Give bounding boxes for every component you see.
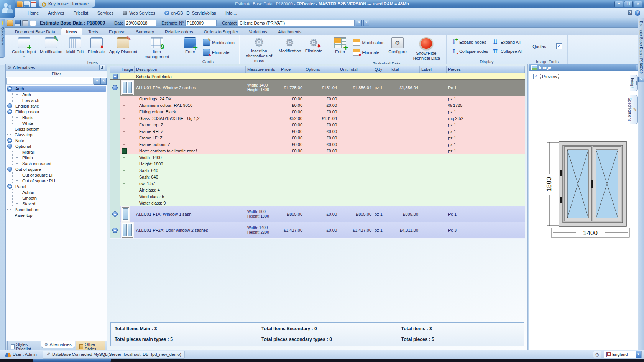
tree-item-arch[interactable]: Arch (15, 92, 107, 97)
table-row[interactable]: Water class: 9 (110, 200, 525, 206)
ribbon-button-eliminate[interactable]: Eliminate (87, 36, 107, 55)
menu-item-info-[interactable]: Info ... (221, 9, 242, 17)
tab-document-base-data[interactable]: Document Base Data (10, 28, 60, 35)
table-row[interactable]: −ALLU01-F2A: Window 2 sashesWidth: 1400H… (110, 80, 525, 96)
table-row[interactable]: Sash: 640 (110, 174, 525, 180)
table-row[interactable]: Air class: 4 (110, 187, 525, 193)
table-row[interactable]: −ALLU01-F1A: Window 1 sashWidth: 800Heig… (110, 206, 525, 223)
calendar-icon[interactable] (31, 1, 36, 7)
tree-item-ashlar[interactable]: Ashlar (15, 189, 107, 195)
tab-expense[interactable]: Expense (104, 28, 130, 35)
collapse-icon[interactable]: − (7, 184, 12, 189)
ribbon-button-eliminate[interactable]: Eliminate (352, 49, 386, 56)
collapse-icon[interactable]: − (112, 85, 118, 90)
help-icon[interactable]: ? (635, 10, 640, 16)
column-header-unit-total[interactable]: Unit Total (338, 66, 373, 73)
tree-item-white[interactable]: White (15, 120, 107, 126)
tree-item-fitting-colour[interactable]: −Fitting colour (7, 109, 107, 115)
ribbon-button-apply-discount[interactable]: Apply Discount (108, 36, 138, 55)
contact-field[interactable] (238, 20, 355, 26)
tree-item-sash-increased[interactable]: Sash increased (15, 161, 107, 166)
document-vertical-tab[interactable]: Estimate Base Data : P180009 (639, 18, 643, 74)
date-field[interactable] (125, 20, 156, 26)
collapse-icon[interactable]: − (7, 167, 12, 172)
tree-item-staved[interactable]: Staved (15, 201, 107, 206)
column-header-options[interactable]: Options (304, 66, 338, 73)
ribbon-button-modification[interactable]: Modification (352, 39, 386, 46)
tree-item-plinth[interactable]: Plinth (15, 155, 107, 161)
table-row[interactable]: Frame bottom: Z£0.00£0.00pz 1 (110, 141, 525, 148)
dock-tab-specifications[interactable]: ✎Specifications (630, 95, 638, 124)
clock-icon[interactable]: ◷ (593, 351, 601, 358)
contact-clear-button[interactable]: ✕ (363, 20, 369, 26)
column-header-measurements[interactable]: Measurements (246, 66, 279, 73)
print-icon[interactable] (22, 20, 28, 26)
table-row[interactable]: Aluminium colour: RAL 9010£0.00£0.00% 17… (110, 102, 525, 109)
tree-item-optional[interactable]: −Optional (7, 143, 107, 149)
tab-summary[interactable]: Summary (131, 28, 159, 35)
column-header-image[interactable]: Image (120, 66, 135, 73)
column-header-price[interactable]: Price (279, 66, 304, 73)
quotas-checkbox[interactable]: ✓ (556, 43, 562, 49)
tree-item-panel-bottom[interactable]: Panel bottom (7, 206, 107, 212)
column-header-description[interactable]: Description (135, 66, 246, 73)
filter-dropdown-button[interactable]: ▼ (94, 78, 100, 85)
close-button[interactable]: × (634, 1, 642, 7)
tree-item-glass-bottom[interactable]: Glass bottom (7, 126, 107, 132)
menu-item-web-services[interactable]: Web Services (118, 9, 160, 17)
ribbon-button-multi-edit[interactable]: Multi-Edit (65, 36, 85, 55)
dock-tab-image[interactable]: Image (630, 75, 638, 91)
ribbon-button-insertion-alternatives-of-mass[interactable]: Insertion alternatives of mass (242, 36, 276, 64)
tree-item-arch[interactable]: −Arch (7, 86, 106, 92)
collapse-icon[interactable]: − (113, 74, 118, 79)
collapse-icon[interactable]: − (112, 228, 118, 233)
stats-icon[interactable] (24, 1, 30, 7)
ribbon-button-collapse-all[interactable]: Collapse All (491, 48, 524, 54)
ribbon-button-modification[interactable]: Modification (278, 36, 302, 54)
tab-items[interactable]: Items (61, 28, 83, 35)
ribbon-button-collapse-nodes[interactable]: Collapse nodes (450, 48, 490, 54)
ribbon-button-expand-nodes[interactable]: Expand nodes (450, 39, 490, 45)
menu-item-archives[interactable]: Archives (43, 9, 69, 17)
table-row[interactable]: Frame top: Z£0.00£0.00pz 1 (110, 122, 525, 128)
table-row[interactable]: Fitting colour: Black£0.00£0.00pz 1 (110, 109, 525, 115)
column-header-q-ty[interactable]: Q.ty (373, 66, 388, 73)
collapse-icon[interactable]: − (112, 211, 118, 217)
ribbon-button-item-management[interactable]: Item management (140, 36, 174, 60)
close-document-icon[interactable] (7, 20, 13, 26)
ribbon-button-enter[interactable]: Enter (330, 36, 350, 55)
ribbon-button-modification[interactable]: Modification (39, 36, 64, 55)
menu-item-home[interactable]: Home (23, 9, 43, 17)
sidebar-tab-alternatives[interactable]: ⚙Alternatives (41, 341, 75, 348)
table-row[interactable]: −ALLU01-PF2A: Door window 2 sashesWidth:… (110, 223, 525, 239)
quick-menu-tab[interactable]: Quick Menu (0, 19, 5, 58)
save-icon[interactable] (15, 20, 21, 26)
ribbon-button-enter[interactable]: Enter (180, 36, 200, 55)
pin-icon[interactable] (99, 65, 105, 70)
tab-orders-to-supplier[interactable]: Orders to Supplier (199, 28, 243, 35)
table-row[interactable]: −Scheda Predefinita (110, 73, 525, 80)
tree-item-black[interactable]: Black (15, 115, 107, 120)
close-icon[interactable]: ✕ (638, 77, 644, 82)
tree-item-midrail[interactable]: Midrail (15, 149, 107, 155)
exit-icon[interactable] (17, 1, 23, 7)
language-selector[interactable]: England ▼ (604, 351, 642, 358)
tree-item-low-arch[interactable]: Low arch (15, 97, 107, 103)
tab-texts[interactable]: Texts (83, 28, 103, 35)
preview-checkbox[interactable]: ✓ (533, 74, 539, 79)
document-icon[interactable] (30, 20, 36, 26)
column-header-label[interactable]: Label (420, 66, 447, 73)
table-row[interactable]: Frame LF: Z£0.00£0.00pz 1 (110, 135, 525, 141)
table-row[interactable]: Openings: 2A DX£0.00£0.00pz 1 (110, 96, 525, 102)
filter-clear-button[interactable]: ✕ (100, 78, 107, 85)
manual-icon[interactable]: ? (628, 10, 632, 15)
ribbon-button-expand-all[interactable]: Expand All (491, 39, 524, 45)
table-row[interactable]: Note: conform to climatic zone!£0.00£0.0… (110, 148, 525, 154)
filter-input[interactable] (6, 78, 94, 84)
chevron-down-icon[interactable]: ▼ (636, 351, 641, 358)
collapse-icon[interactable]: − (7, 109, 12, 114)
tree-item-note[interactable]: +Note (7, 138, 107, 143)
tree-item-english-style[interactable]: +English style (7, 103, 107, 109)
table-row[interactable]: uw: 1.57 (110, 180, 525, 187)
column-header-pieces[interactable]: Pieces (447, 66, 471, 73)
